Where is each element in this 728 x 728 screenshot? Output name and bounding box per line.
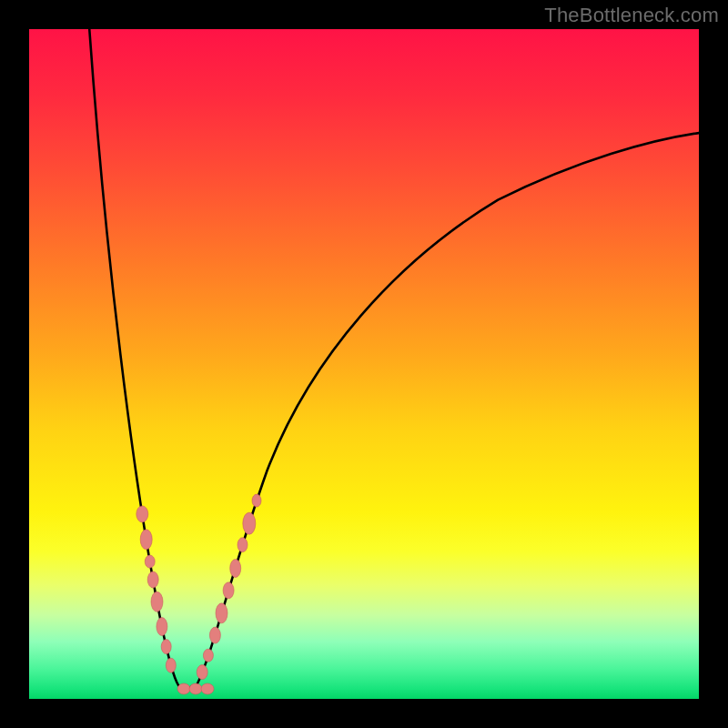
heat-gradient [29, 29, 699, 699]
marker-left-6 [161, 640, 171, 654]
marker-left-3 [147, 571, 158, 588]
marker-bottom-0 [177, 683, 190, 694]
marker-right-4 [223, 582, 234, 599]
marker-right-6 [238, 538, 248, 552]
marker-bottom-2 [201, 683, 214, 694]
marker-right-1 [203, 649, 213, 662]
marker-left-2 [145, 555, 155, 568]
marker-right-5 [230, 560, 241, 578]
marker-right-2 [209, 627, 220, 643]
chart-frame: TheBottleneck.com [0, 0, 728, 728]
marker-left-1 [140, 530, 152, 550]
watermark: TheBottleneck.com [544, 4, 719, 27]
marker-left-0 [136, 506, 148, 522]
marker-left-5 [157, 618, 167, 636]
marker-bottom-1 [189, 683, 202, 694]
marker-right-8 [252, 494, 261, 507]
marker-left-7 [166, 658, 176, 672]
marker-right-7 [243, 512, 256, 534]
bottleneck-plot [29, 29, 699, 699]
marker-right-0 [197, 665, 207, 680]
marker-right-3 [216, 603, 228, 623]
marker-left-4 [151, 592, 163, 612]
